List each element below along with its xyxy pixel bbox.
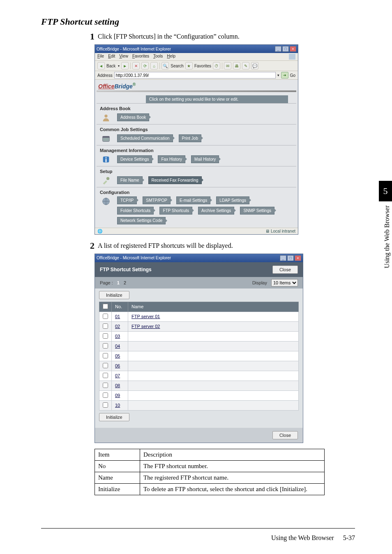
back-icon[interactable]: ◄ [97, 62, 105, 69]
device-settings-button[interactable]: Device Settings [117, 155, 152, 163]
folder-shortcuts-button[interactable]: Folder Shortcuts [117, 207, 154, 215]
row-no-link[interactable]: 03 [115, 334, 120, 339]
refresh-icon[interactable]: ⟳ [141, 62, 149, 69]
table-row: 01FTP server 01 [99, 312, 299, 321]
initialize-button-top[interactable]: Initialize [99, 291, 129, 299]
chapter-number: 5 [379, 181, 392, 201]
archive-settings-button[interactable]: Archive Settings [198, 207, 234, 215]
maximize-icon[interactable]: □ [287, 255, 294, 261]
row-checkbox[interactable] [103, 314, 108, 319]
schedule-icon [100, 134, 112, 143]
mail-history-button[interactable]: Mail History [191, 155, 219, 163]
row-checkbox[interactable] [103, 343, 108, 349]
row-name-link[interactable]: FTP server 01 [131, 314, 160, 319]
row-checkbox[interactable] [103, 383, 108, 388]
desc-init-label: Initialize [95, 483, 140, 495]
chapter-label: Using the Web Browser [383, 205, 391, 268]
menu-file[interactable]: File [97, 54, 104, 60]
row-no-link[interactable]: 06 [115, 363, 120, 368]
edit-icon[interactable]: ✎ [242, 62, 249, 69]
snmp-settings-button[interactable]: SNMP Settings [240, 207, 274, 215]
tcpip-button[interactable]: TCP/IP [117, 196, 137, 204]
forward-icon[interactable]: ► [121, 62, 129, 69]
row-no-link[interactable]: 02 [115, 324, 120, 329]
page-1-link[interactable]: 1 [117, 280, 120, 285]
address-label: Address [97, 73, 113, 78]
discuss-icon[interactable]: 💬 [251, 62, 258, 69]
ftp-shortcut-table: No. Name 01FTP server 0102FTP server 020… [99, 302, 299, 411]
tools-icon [100, 175, 112, 185]
stop-icon[interactable]: ✕ [132, 62, 140, 69]
menu-view[interactable]: View [119, 54, 128, 60]
print-job-button[interactable]: Print Job [179, 134, 201, 142]
row-no-link[interactable]: 08 [115, 383, 120, 388]
footer-text: Using the Web Browser [271, 534, 334, 541]
mail-icon[interactable]: ✉ [224, 62, 231, 69]
desc-no-text: The FTP shortcut number. [140, 460, 325, 472]
menu-edit[interactable]: Edit [108, 54, 115, 60]
close-icon[interactable]: × [295, 255, 301, 261]
svg-point-4 [106, 157, 107, 159]
minimize-icon[interactable]: _ [280, 255, 286, 261]
row-checkbox[interactable] [103, 392, 108, 398]
menu-favorites[interactable]: Favorites [132, 54, 149, 60]
address-book-button[interactable]: Address Book [117, 113, 149, 121]
print-icon[interactable]: 🖶 [233, 62, 240, 69]
email-settings-button[interactable]: E-mail Settings [176, 196, 210, 204]
step2-number: 2 [84, 240, 95, 251]
menu-tools[interactable]: Tools [153, 54, 163, 60]
row-checkbox[interactable] [103, 333, 108, 339]
table-row: 09 [99, 390, 299, 400]
favorites-label[interactable]: Favorites [194, 64, 211, 68]
group-address-book: Address Book [100, 106, 293, 111]
row-no-link[interactable]: 05 [115, 353, 120, 358]
file-name-button[interactable]: File Name [117, 176, 143, 184]
description-table: Item Description No The FTP shortcut num… [95, 449, 325, 495]
go-icon[interactable]: ➔ [281, 72, 288, 78]
address-input[interactable] [114, 72, 276, 78]
close-button-top[interactable]: Close [272, 265, 298, 274]
chapter-tab: 5 Using the Web Browser [376, 181, 392, 333]
row-no-link[interactable]: 04 [115, 344, 120, 349]
scheduled-comm-button[interactable]: Scheduled Communication [117, 134, 173, 142]
row-checkbox[interactable] [103, 353, 108, 358]
go-label[interactable]: Go [290, 73, 295, 78]
history-icon[interactable]: ⏱ [213, 62, 220, 69]
row-no-link[interactable]: 01 [115, 314, 120, 319]
initialize-button-bottom[interactable]: Initialize [99, 413, 129, 421]
row-checkbox[interactable] [103, 402, 108, 408]
page-2-link[interactable]: 2 [124, 280, 126, 285]
minimize-icon[interactable]: _ [275, 46, 281, 52]
search-label[interactable]: Search [171, 64, 184, 68]
row-no-link[interactable]: 09 [115, 393, 120, 398]
favorites-icon[interactable]: ★ [185, 62, 193, 69]
ftp-shortcuts-button[interactable]: FTP Shortcuts [159, 207, 192, 215]
row-no-link[interactable]: 07 [115, 373, 120, 378]
group-configuration: Configuration [100, 190, 293, 195]
close-icon[interactable]: × [290, 46, 296, 52]
row-checkbox[interactable] [103, 373, 108, 378]
back-label[interactable]: Back [106, 64, 115, 68]
row-name-link[interactable]: FTP server 02 [131, 324, 160, 329]
select-all-checkbox[interactable] [103, 304, 108, 309]
info-icon [100, 155, 112, 164]
received-fax-fwd-button[interactable]: Received Fax Forwarding [148, 176, 202, 184]
search-icon[interactable]: 🔍 [161, 62, 169, 69]
fax-history-button[interactable]: Fax History [158, 155, 185, 163]
row-checkbox[interactable] [103, 363, 108, 368]
row-checkbox[interactable] [103, 323, 108, 329]
display-select[interactable]: 10 Items [271, 279, 298, 286]
close-button-bottom[interactable]: Close [272, 431, 298, 439]
col-checkbox[interactable] [99, 302, 112, 312]
table-row: 02FTP server 02 [99, 321, 299, 331]
home-icon[interactable]: ⌂ [150, 62, 158, 69]
ldap-settings-button[interactable]: LDAP Settings [216, 196, 249, 204]
ie-status-globe-icon: 🌐 [97, 229, 102, 233]
ie-statusbar: 🌐 🖥Local intranet [95, 228, 298, 234]
smtppop-button[interactable]: SMTP/POP [143, 196, 171, 204]
row-no-link[interactable]: 10 [115, 403, 120, 408]
menu-help[interactable]: Help [167, 54, 175, 60]
page-footer: Using the Web Browser 5-37 [271, 534, 355, 542]
maximize-icon[interactable]: □ [282, 46, 289, 52]
network-settings-code-button[interactable]: Network Settings Code [117, 217, 166, 224]
